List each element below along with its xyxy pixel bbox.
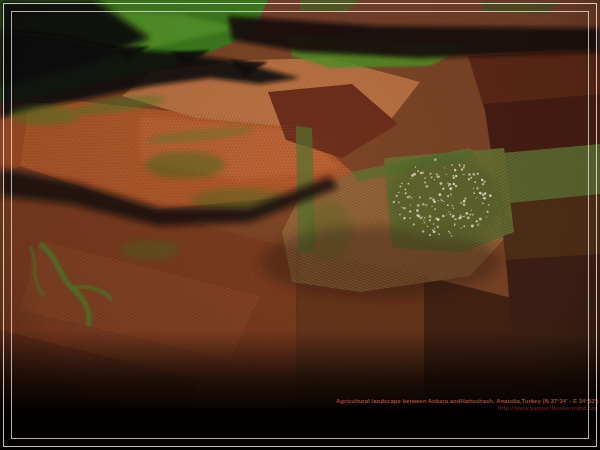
photo-caption: Agricultural landscape between Ankara an… xyxy=(336,398,598,412)
aerial-photo-landscape xyxy=(0,0,600,450)
caption-url: http://www.yannarthusbertrand.org xyxy=(336,405,598,412)
bottom-black-strip xyxy=(0,408,600,450)
caption-title: Agricultural landscape between Ankara an… xyxy=(336,398,598,405)
wallpaper-photo: Agricultural landscape between Ankara an… xyxy=(0,0,600,450)
